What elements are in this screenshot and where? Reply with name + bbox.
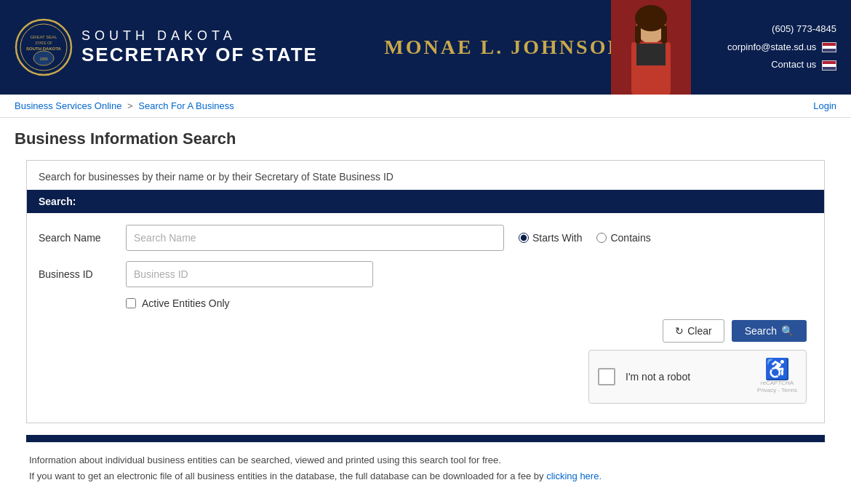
- official-photo-svg: [611, 0, 691, 95]
- search-header-label: Search:: [39, 196, 76, 207]
- nav-bar: Business Services Online > Search For A …: [0, 95, 851, 118]
- svg-text:GREAT SEAL: GREAT SEAL: [30, 35, 57, 39]
- breadcrumb-home-link[interactable]: Business Services Online: [15, 100, 121, 111]
- svg-rect-10: [636, 44, 666, 65]
- recaptcha-sub: Privacy - Terms: [757, 387, 797, 394]
- search-label: Search: [745, 325, 777, 337]
- active-entities-checkbox[interactable]: [126, 298, 136, 308]
- breadcrumb-current: Search For A Business: [138, 100, 234, 111]
- footer-bar: [26, 435, 825, 442]
- footer-line2: If you want to get an electronic file of…: [29, 468, 822, 484]
- recaptcha-widget[interactable]: I'm not a robot ♿ reCAPTCHA Privacy - Te…: [588, 350, 807, 404]
- footer-download-link[interactable]: clicking here.: [546, 471, 602, 481]
- business-id-row: Business ID: [39, 261, 812, 287]
- footer-line2-text: If you want to get an electronic file of…: [29, 471, 544, 481]
- logo-area: GREAT SEAL STATE OF SOUTH DAKOTA 1889 SO…: [15, 18, 318, 76]
- search-name-input[interactable]: [126, 225, 504, 251]
- email-link[interactable]: corpinfo@state.sd.us: [727, 41, 816, 52]
- footer-line1: Information about individual business en…: [29, 452, 822, 468]
- active-entities-row: Active Entities Only: [126, 297, 812, 309]
- search-name-label: Search Name: [39, 232, 126, 244]
- contact-link-row[interactable]: Contact us: [691, 56, 836, 74]
- footer-text: Information about individual business en…: [15, 442, 836, 495]
- svg-text:1889: 1889: [39, 57, 47, 61]
- svg-rect-13: [661, 25, 667, 44]
- svg-text:SOUTH DAKOTA: SOUTH DAKOTA: [26, 47, 62, 51]
- search-name-row: Search Name Starts With Contains: [39, 225, 812, 251]
- recaptcha-icon: ♿: [757, 359, 797, 380]
- breadcrumb: Business Services Online > Search For A …: [15, 100, 234, 111]
- office-title: SECRETARY OF STATE: [81, 44, 318, 66]
- login-link[interactable]: Login: [813, 100, 836, 111]
- page-title: Business Information Search: [15, 129, 836, 148]
- contains-option[interactable]: Contains: [596, 232, 650, 244]
- search-header-bar: Search:: [27, 190, 824, 213]
- official-photo: [611, 0, 691, 95]
- contact-info: (605) 773-4845 corpinfo@state.sd.us Cont…: [691, 20, 836, 74]
- action-buttons-row: ↻ Clear Search 🔍: [39, 319, 812, 343]
- recaptcha-label: I'm not a robot: [626, 371, 747, 383]
- recaptcha-checkbox[interactable]: [598, 368, 615, 385]
- flag-icon-contact: [822, 60, 836, 71]
- search-button[interactable]: Search 🔍: [732, 320, 807, 342]
- clear-button[interactable]: ↻ Clear: [663, 319, 724, 343]
- search-form: Search Name Starts With Contains Busines…: [27, 213, 824, 423]
- contains-radio[interactable]: [596, 233, 607, 243]
- recaptcha-logo: ♿ reCAPTCHA Privacy - Terms: [757, 359, 797, 395]
- flag-icon-email: [822, 42, 836, 52]
- state-name: SOUTH DAKOTA: [81, 28, 318, 44]
- starts-with-radio[interactable]: [519, 233, 529, 243]
- site-header: GREAT SEAL STATE OF SOUTH DAKOTA 1889 SO…: [0, 0, 851, 95]
- main-content: Business Information Search Search for b…: [0, 118, 851, 504]
- email-address[interactable]: corpinfo@state.sd.us: [691, 39, 836, 57]
- refresh-icon: ↻: [675, 325, 684, 337]
- search-type-radio-group: Starts With Contains: [519, 232, 651, 244]
- breadcrumb-separator: >: [127, 100, 133, 111]
- starts-with-option[interactable]: Starts With: [519, 232, 582, 244]
- svg-rect-12: [635, 25, 641, 44]
- search-card: Search for businesses by their name or b…: [26, 160, 825, 423]
- phone-number: (605) 773-4845: [691, 20, 836, 39]
- logo-text: SOUTH DAKOTA SECRETARY OF STATE: [81, 28, 318, 67]
- state-seal-icon: GREAT SEAL STATE OF SOUTH DAKOTA 1889: [15, 18, 73, 76]
- svg-text:STATE OF: STATE OF: [35, 41, 52, 45]
- contact-link[interactable]: Contact us: [771, 59, 816, 70]
- search-icon: 🔍: [781, 325, 794, 337]
- active-entities-label: Active Entities Only: [142, 297, 230, 309]
- clear-label: Clear: [687, 325, 711, 337]
- search-description: Search for businesses by their name or b…: [27, 161, 824, 190]
- business-id-input[interactable]: [126, 261, 373, 287]
- contains-label: Contains: [610, 232, 650, 244]
- recaptcha-brand: reCAPTCHA: [757, 380, 797, 387]
- business-id-label: Business ID: [39, 268, 126, 280]
- starts-with-label: Starts With: [532, 232, 582, 244]
